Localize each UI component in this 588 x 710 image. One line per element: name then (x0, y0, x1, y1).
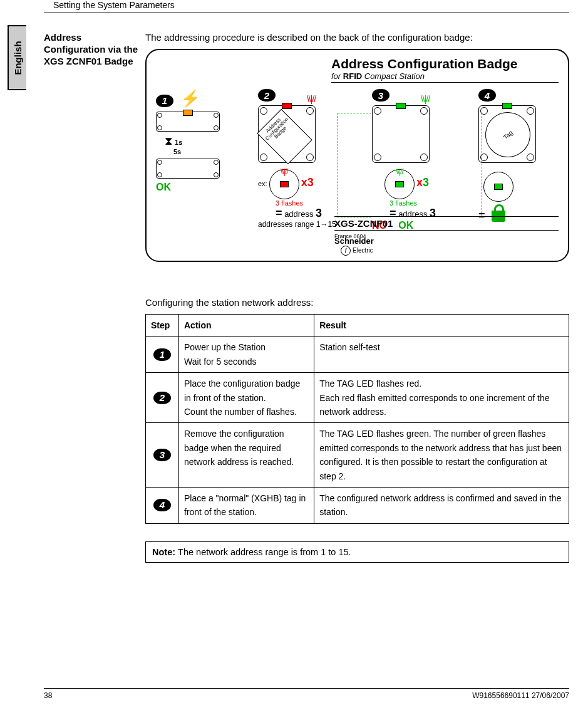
doc-reference: W916556690111 27/06/2007 (472, 691, 569, 700)
badge-model: XGS-ZCNF01 (334, 216, 559, 231)
result-cell: The TAG LED flashes red. Each red flash … (314, 373, 569, 423)
result-cell: Station self-test (314, 337, 569, 373)
action-cell: Place the configuration badge in front o… (179, 373, 314, 423)
result-cell: The TAG LED flashes green. The number of… (314, 423, 569, 488)
table-row: 1 Power up the Station Wait for 5 second… (146, 337, 569, 373)
col-action: Action (179, 315, 314, 337)
step-number-1: 1 (153, 348, 171, 361)
dashed-connector-no (338, 113, 371, 217)
example-label: ex: (258, 180, 267, 187)
lightning-icon: ⚡ (180, 89, 200, 108)
action-cell: Place a "normal" (XGHB) tag in front of … (179, 487, 314, 523)
brand-logo: Schneider ƒElectric (334, 236, 374, 256)
led-circle-icon (483, 172, 513, 202)
device-icon (156, 112, 220, 132)
badge-title: Address Configuration Badge (331, 56, 559, 71)
step-number-2: 2 (258, 89, 276, 102)
page-footer: 38 W916556690111 27/06/2007 (44, 688, 569, 700)
times-count-red: x3 (301, 176, 314, 189)
times-count-green: x3 (416, 176, 429, 189)
note-label: Note: (152, 547, 178, 557)
station-square-icon (372, 105, 430, 163)
time-5s: 5s (173, 148, 181, 155)
side-heading: Address Configuration via the XGS ZCNF01… (44, 32, 138, 281)
badge-step-1: 1 ⚡ ⧗ 1s 5s OK (156, 89, 237, 193)
language-tab: English (8, 25, 26, 90)
step-number-3: 3 (153, 449, 171, 461)
badge-step-4: 4 Tag = (478, 89, 557, 222)
flash-rays-red-icon: \\|// (307, 94, 316, 104)
intro-text: The addressing procedure is described on… (145, 32, 569, 43)
language-label: English (13, 41, 23, 75)
col-step: Step (146, 315, 179, 337)
dashed-connector-ok (428, 113, 482, 216)
device-icon (156, 159, 220, 179)
ok-label: OK (156, 182, 171, 192)
result-cell: The configured network address is confir… (314, 487, 569, 523)
chapter-title: Setting the System Parameters (44, 0, 569, 13)
time-1s: 1s (175, 138, 182, 146)
led-circle-icon: \\|// (384, 169, 415, 199)
col-result: Result (314, 315, 569, 337)
action-cell: Power up the Station Wait for 5 seconds (179, 337, 314, 373)
step-number-3: 3 (372, 89, 389, 102)
led-circle-icon: \\|// (269, 169, 299, 199)
action-cell: Remove the configuration badge when the … (179, 423, 314, 488)
table-row: 3 Remove the configuration badge when th… (146, 423, 569, 488)
note-text: The network address range is from 1 to 1… (178, 547, 351, 557)
step-number-4: 4 (478, 89, 496, 102)
table-row: 2 Place the configuration badge in front… (146, 373, 569, 423)
station-square-icon: Tag (478, 105, 536, 163)
step-number-1: 1 (156, 95, 173, 107)
badge-illustration: Address Configuration Badge for RFID Com… (145, 49, 569, 262)
flash-rays-green-icon: \\|// (421, 94, 430, 104)
badge-subtitle: for RFID Compact Station (331, 71, 559, 83)
hourglass-icon: ⧗ (165, 135, 173, 147)
table-row: 4 Place a "normal" (XGHB) tag in front o… (146, 487, 569, 523)
station-square-icon: Address Configuration Badge (258, 105, 316, 163)
note-box: Note: The network address range is from … (145, 541, 569, 563)
table-title: Configuring the station network address: (145, 297, 569, 308)
page-number: 38 (44, 691, 52, 700)
steps-table: Step Action Result 1 Power up the Statio… (145, 314, 569, 524)
step-number-2: 2 (153, 392, 171, 404)
step-number-4: 4 (153, 499, 171, 511)
